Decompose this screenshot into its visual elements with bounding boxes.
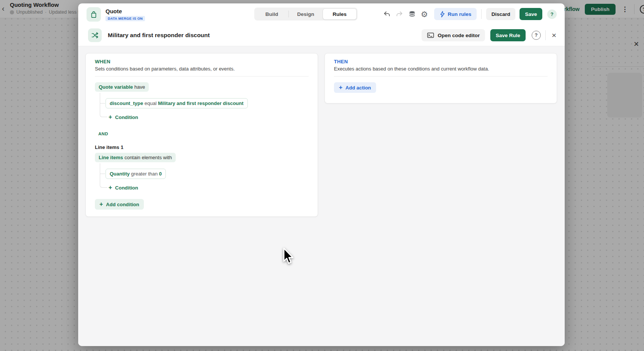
plus-icon: + <box>99 201 103 207</box>
rule-header: Military and first responder discount Op… <box>78 25 565 46</box>
shuffle-icon <box>91 31 99 39</box>
redo-button[interactable] <box>396 11 403 17</box>
bag-icon <box>90 11 98 18</box>
tab-build[interactable]: Build <box>255 8 288 20</box>
subject-name: Line items <box>99 155 123 160</box>
condition-value: 0 <box>159 171 162 177</box>
open-code-editor-label: Open code editor <box>438 33 480 38</box>
plus-icon: + <box>109 185 112 191</box>
data-merge-badge: DATA MERGE IS ON <box>105 16 145 21</box>
plus-icon: + <box>109 114 112 120</box>
doc-title: Quote <box>105 8 122 14</box>
when-subtitle: Sets conditions based on parameters, dat… <box>95 66 235 72</box>
condition-field: Quantity <box>110 171 130 177</box>
run-rules-label: Run rules <box>448 11 471 17</box>
then-divider <box>334 76 548 77</box>
rule-title: Military and first responder discount <box>108 32 210 39</box>
run-rules-button[interactable]: Run rules <box>434 8 477 20</box>
redo-icon <box>396 11 403 17</box>
plus-icon: + <box>339 85 342 91</box>
then-card: THEN Executes actions based on these con… <box>324 53 557 103</box>
subject-verb: have <box>133 84 145 90</box>
rule-tile <box>88 28 102 42</box>
condition-subject-pill[interactable]: Quote variable have <box>95 82 149 92</box>
tab-design[interactable]: Design <box>289 8 322 20</box>
database-icon <box>408 11 416 17</box>
discard-button[interactable]: Discard <box>486 8 516 20</box>
add-condition-label: Condition <box>115 185 138 191</box>
rule-close-icon[interactable]: × <box>550 31 558 40</box>
add-condition-label: Condition <box>115 114 138 120</box>
when-title: WHEN <box>95 59 110 64</box>
when-divider <box>95 76 309 77</box>
code-editor-icon <box>427 32 434 38</box>
data-button[interactable] <box>408 11 416 17</box>
add-condition-link[interactable]: + Condition <box>109 114 138 120</box>
quote-doc-tile <box>87 7 101 22</box>
rule-help-icon[interactable]: ? <box>532 31 541 40</box>
condition-operator: greater than <box>130 171 159 177</box>
condition-row[interactable]: discount_type equal Military and first r… <box>105 98 248 108</box>
save-rule-button[interactable]: Save Rule <box>490 29 526 41</box>
condition-operator: equal <box>143 100 158 106</box>
condition-field: discount_type <box>110 100 143 106</box>
and-label: AND <box>98 132 108 136</box>
modal-header: Quote DATA MERGE IS ON Build Design Rule… <box>78 3 565 25</box>
rules-editor-modal: Quote DATA MERGE IS ON Build Design Rule… <box>78 3 565 346</box>
gear-icon: ⚙ <box>421 10 428 18</box>
line-items-group-label: Line items 1 <box>95 144 123 150</box>
save-button[interactable]: Save <box>520 8 542 20</box>
modal-help-icon[interactable]: ? <box>547 9 557 19</box>
add-action-label: Add action <box>345 85 371 91</box>
subject-verb: contain elements with <box>123 155 172 160</box>
add-condition-link[interactable]: + Condition <box>109 185 138 191</box>
add-condition-button-label: Add condition <box>106 202 139 207</box>
when-card: WHEN Sets conditions based on parameters… <box>85 53 318 217</box>
condition-value: Military and first responder discount <box>158 100 243 106</box>
rule-content: WHEN Sets conditions based on parameters… <box>78 46 565 346</box>
subject-name: Quote variable <box>99 84 133 90</box>
add-condition-button[interactable]: + Add condition <box>95 199 144 210</box>
then-title: THEN <box>334 59 348 64</box>
condition-subject-pill[interactable]: Line items contain elements with <box>95 153 176 162</box>
mode-tabs: Build Design Rules <box>254 8 357 20</box>
add-action-button[interactable]: + Add action <box>334 82 376 93</box>
settings-button[interactable]: ⚙ <box>421 10 428 18</box>
condition-row[interactable]: Quantity greater than 0 <box>105 169 166 179</box>
lightning-icon <box>439 11 445 17</box>
undo-icon <box>383 11 390 17</box>
tab-rules[interactable]: Rules <box>323 8 357 20</box>
undo-button[interactable] <box>383 11 390 17</box>
then-subtitle: Executes actions based on these conditio… <box>334 66 489 72</box>
rule-header-divider <box>545 30 546 40</box>
toolbar-divider <box>481 9 482 19</box>
open-code-editor-button[interactable]: Open code editor <box>422 29 485 41</box>
